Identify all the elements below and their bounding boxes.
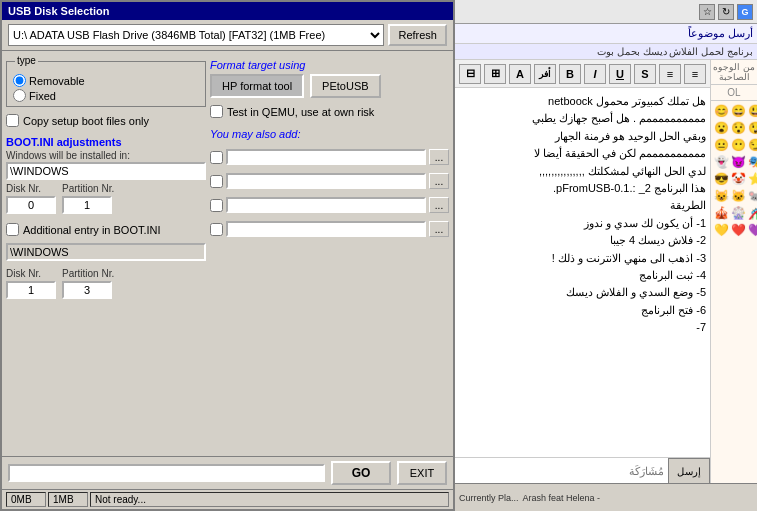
additional-entry-checkbox[interactable]	[6, 223, 19, 236]
emoji-13[interactable]: 😈	[730, 154, 746, 170]
toolbar-btn-s[interactable]: S	[634, 64, 656, 84]
chat-msg-10: 4- ثبت البرنامج	[459, 268, 706, 283]
chat-msg-12: 6- فتح البرنامج	[459, 303, 706, 318]
right-panel: ☆ ↻ G أرسل موضوعاً برنامج لحمل الفلاش دي…	[455, 0, 757, 511]
emoji-18[interactable]: ⭐	[747, 171, 757, 187]
emoji-28[interactable]: 💛	[713, 222, 729, 238]
emoji-12[interactable]: 👻	[713, 154, 729, 170]
chat-input[interactable]	[455, 458, 668, 483]
chat-msg-9: 3- اذهب الى منهي الانترنت و ذلك !	[459, 251, 706, 266]
search-google-icon[interactable]: G	[737, 4, 753, 20]
disk-nr-input[interactable]	[6, 196, 56, 214]
disk-partition-row: Disk Nr. Partition Nr.	[6, 182, 206, 214]
emoji-2[interactable]: 😃	[747, 103, 757, 119]
add-checkbox-2[interactable]	[210, 199, 223, 212]
emoji-0[interactable]: 😊	[713, 103, 729, 119]
disk-nr-input2[interactable]	[6, 281, 56, 299]
chat-toolbar: ≡ ≡ S U I B أفر A ⊞ ⊟	[455, 60, 710, 88]
emoji-5[interactable]: 😯	[730, 120, 746, 136]
toolbar-btn-u[interactable]: U	[609, 64, 631, 84]
additional-entry-checkbox-row[interactable]: Additional entry in BOOT.INI	[6, 223, 206, 236]
chat-msg-3: ممممممممممم لكن في الحقيقة أيضا لا	[459, 146, 706, 161]
emoji-22[interactable]: 🐭	[747, 188, 757, 204]
chat-msg-4: لدي الحل النهائي لمشكلتك ,,,,,,,,,,,,,,,	[459, 164, 706, 179]
pe-to-usb-button[interactable]: PEtoUSB	[310, 74, 380, 98]
send-button[interactable]: إرسل	[668, 458, 710, 483]
partition-nr-input[interactable]	[62, 196, 112, 214]
windows-path-input[interactable]	[6, 162, 206, 180]
status-0mb: 0MB	[6, 492, 46, 507]
dots-btn-3[interactable]: ...	[429, 221, 449, 237]
refresh-button[interactable]: Refresh	[388, 24, 447, 46]
emoji-9[interactable]: 😶	[730, 137, 746, 153]
emoji-25[interactable]: 🎡	[730, 205, 746, 221]
add-input-0[interactable]	[226, 149, 426, 165]
partition-nr-col2: Partition Nr.	[62, 267, 114, 299]
toolbar-btn-i[interactable]: I	[584, 64, 606, 84]
title-bar: USB Disk Selection	[2, 2, 453, 20]
toolbar-btn-afar[interactable]: أفر	[534, 64, 556, 84]
chat-msg-13: 7-	[459, 320, 706, 335]
add-checkbox-0[interactable]	[210, 151, 223, 164]
emoji-24[interactable]: 🎪	[713, 205, 729, 221]
dots-btn-0[interactable]: ...	[429, 149, 449, 165]
star-icon[interactable]: ☆	[699, 4, 715, 20]
removable-option[interactable]: Removable	[13, 74, 199, 87]
add-input-2[interactable]	[226, 197, 426, 213]
partition-nr-label2: Partition Nr.	[62, 268, 114, 279]
add-input-1[interactable]	[226, 173, 426, 189]
emoji-30[interactable]: 💜	[747, 222, 757, 238]
toolbar-btn-1[interactable]: ≡	[659, 64, 681, 84]
qemu-checkbox-row[interactable]: Test in QEMU, use at own risk	[210, 105, 449, 118]
emoji-26[interactable]: 🎢	[747, 205, 757, 221]
additional-path-input[interactable]	[6, 243, 206, 261]
refresh-browser-icon[interactable]: ↻	[718, 4, 734, 20]
toolbar-btn-0[interactable]: ≡	[684, 64, 706, 84]
qemu-label: Test in QEMU, use at own risk	[227, 106, 374, 118]
emoji-14[interactable]: 🎭	[747, 154, 757, 170]
type-group: type Removable Fixed	[6, 61, 206, 107]
format-buttons: HP format tool PEtoUSB	[210, 74, 449, 98]
add-input-3[interactable]	[226, 221, 426, 237]
format-label: Format target using	[210, 59, 449, 71]
add-checkbox-1[interactable]	[210, 175, 223, 188]
app-title: USB Disk Selection	[8, 5, 109, 17]
chat-msg-0: هل تملك كمبيوتر محمول netboock	[459, 94, 706, 109]
emoji-6[interactable]: 😲	[747, 120, 757, 136]
copy-setup-checkbox-row[interactable]: Copy setup boot files only	[6, 114, 206, 127]
fixed-radio[interactable]	[13, 89, 26, 102]
fixed-option[interactable]: Fixed	[13, 89, 199, 102]
exit-button[interactable]: EXIT	[397, 461, 447, 485]
emoji-21[interactable]: 🐱	[730, 188, 746, 204]
toolbar-btn-a[interactable]: A	[509, 64, 531, 84]
partition-nr-input2[interactable]	[62, 281, 112, 299]
emoji-1[interactable]: 😄	[730, 103, 746, 119]
chat-input-area: إرسل	[455, 457, 710, 483]
emoji-4[interactable]: 😮	[713, 120, 729, 136]
radio-group: Removable Fixed	[13, 74, 199, 102]
toolbar-btn-grid2[interactable]: ⊟	[459, 64, 481, 84]
copy-setup-checkbox[interactable]	[6, 114, 19, 127]
toolbar-btn-b[interactable]: B	[559, 64, 581, 84]
chat-main: ≡ ≡ S U I B أفر A ⊞ ⊟ هل تملك كمبيوتر مح…	[455, 60, 710, 483]
emoji-8[interactable]: 😐	[713, 137, 729, 153]
emoji-panel-title: من الوجوه الصاحبة	[711, 60, 757, 85]
add-row-3: ...	[210, 221, 449, 237]
dots-btn-1[interactable]: ...	[429, 173, 449, 189]
emoji-17[interactable]: 🤡	[730, 171, 746, 187]
qemu-checkbox[interactable]	[210, 105, 223, 118]
left-panel: USB Disk Selection U:\ ADATA USB Flash D…	[0, 0, 455, 511]
dots-btn-2[interactable]: ...	[429, 197, 449, 213]
windows-installed-label: Windows will be installed in:	[6, 150, 206, 161]
emoji-16[interactable]: 😎	[713, 171, 729, 187]
emoji-10[interactable]: 😏	[747, 137, 757, 153]
go-button[interactable]: GO	[331, 461, 391, 485]
disk-nr-label2: Disk Nr.	[6, 268, 56, 279]
toolbar-btn-grid1[interactable]: ⊞	[484, 64, 506, 84]
add-checkbox-3[interactable]	[210, 223, 223, 236]
emoji-20[interactable]: 😺	[713, 188, 729, 204]
drive-select[interactable]: U:\ ADATA USB Flash Drive (3846MB Total)…	[8, 24, 384, 46]
emoji-29[interactable]: ❤️	[730, 222, 746, 238]
removable-radio[interactable]	[13, 74, 26, 87]
hp-format-button[interactable]: HP format tool	[210, 74, 304, 98]
